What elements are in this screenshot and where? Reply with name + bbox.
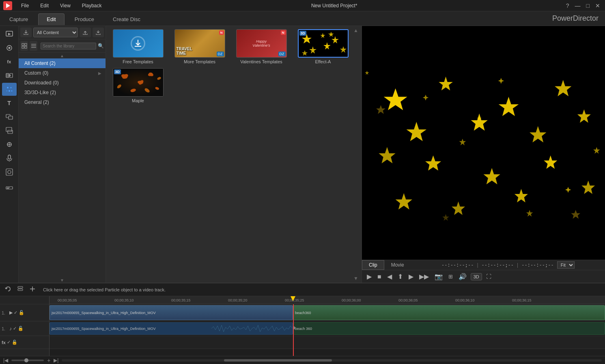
tool-chroma[interactable] [2, 166, 17, 179]
menu-file[interactable]: File [19, 2, 31, 9]
zoom-handle[interactable] [24, 358, 28, 362]
track-mute-btn-1[interactable]: ✓ [14, 310, 17, 315]
track-header-audio-1: 1. ♪ ✓ 🔓 [0, 321, 49, 336]
search-input[interactable] [41, 43, 96, 50]
3d-toggle[interactable]: 3D [471, 273, 482, 280]
svg-marker-59 [499, 97, 519, 116]
fast-fwd-btn[interactable]: ▶▶ [418, 272, 431, 281]
zoom-in[interactable]: + [47, 357, 50, 364]
play-btn[interactable]: ▶ [365, 272, 373, 281]
scroll-up-arrow[interactable]: ▲ [19, 53, 105, 58]
fullscreen-btn[interactable]: ⛶ [484, 273, 493, 280]
track-num-audio-1: 1. [2, 326, 8, 331]
template-more[interactable]: TRAVELTIME N DZ More Templates [171, 29, 228, 64]
tab-movie[interactable]: Movie [384, 260, 411, 270]
export-frame-btn[interactable]: ⬆ [396, 272, 405, 281]
menu-view[interactable]: View [58, 2, 73, 9]
audio-spacewalk[interactable]: jsc2017m000655_Spacewalking_in_Ultra_Hig… [50, 322, 293, 335]
content-scroll-down[interactable]: ▼ [353, 276, 358, 281]
import-media-btn[interactable] [20, 28, 32, 37]
cat-downloaded[interactable]: Downloaded (0) [19, 78, 105, 88]
prev-frame-btn[interactable]: ◀ [385, 272, 394, 281]
tool-fx[interactable]: fx [2, 55, 17, 68]
expand-all-btn[interactable] [15, 285, 25, 294]
tl-scroll-start[interactable]: |◀ [3, 358, 8, 363]
zoom-slider[interactable] [11, 360, 44, 361]
tab-produce[interactable]: Produce [66, 13, 103, 25]
menu-playback[interactable]: Playback [80, 2, 104, 9]
audio-mixer-btn[interactable]: ⊞ [447, 273, 454, 280]
svg-marker-79 [571, 210, 580, 219]
template-valentines-label: Valentines Templates [240, 59, 282, 64]
import-btn[interactable] [80, 28, 91, 37]
cat-custom[interactable]: Custom (0) ▶ [19, 68, 105, 78]
tool-overlay[interactable] [2, 124, 17, 137]
time-mark-6: 00;00;36;05 [398, 298, 418, 302]
snapshot-btn[interactable]: 📷 [433, 272, 444, 281]
tool-slideshow[interactable] [2, 110, 17, 123]
tool-audio2[interactable] [2, 138, 17, 151]
cat-all-content[interactable]: All Content (2) [19, 58, 105, 68]
content-scroll-up[interactable]: ▲ [353, 28, 358, 33]
tool-audio[interactable] [2, 41, 17, 54]
cat-general[interactable]: General (2) [19, 97, 105, 107]
tracks-body: jsc2017m000655_Spacewalking_in_Ultra_Hig… [50, 304, 605, 356]
grid-view-btn[interactable] [20, 41, 28, 51]
tab-edit[interactable]: Edit [38, 13, 64, 25]
svg-marker-68 [544, 155, 557, 169]
svg-marker-39 [332, 36, 339, 43]
clip-spacewalk[interactable]: jsc2017m000655_Spacewalking_in_Ultra_Hig… [50, 305, 293, 320]
scroll-down-arrow[interactable]: ▼ [19, 277, 105, 283]
scroll-custom-arrow: ▶ [98, 71, 101, 75]
clip-beach[interactable]: beach360 [293, 305, 605, 320]
undo-btn[interactable] [3, 285, 13, 294]
ripple-edit-btn[interactable] [28, 285, 37, 294]
maximize-icon[interactable]: □ [585, 2, 591, 9]
export-btn[interactable] [93, 28, 104, 37]
template-effect-a[interactable]: 3D Effect-A [294, 29, 352, 64]
template-free[interactable]: Free Templates [109, 29, 167, 64]
volume-btn[interactable]: 🔊 [457, 272, 468, 281]
close-icon[interactable]: ✕ [594, 2, 602, 9]
template-valentines[interactable]: HappyValentine's N DZ Valentines Templat… [233, 29, 290, 64]
menu-edit[interactable]: Edit [38, 2, 51, 9]
timeline-tracks: 00;00;35;05 00;00;35;10 00;00;35;15 00;0… [50, 296, 605, 356]
playback-controls: ▶ ■ ◀ ⬆ ▶ ▶▶ 📷 ⊞ 🔊 3D ⛶ [362, 270, 605, 283]
template-valentines-thumb: HappyValentine's N DZ [236, 29, 287, 58]
svg-marker-57 [384, 88, 407, 110]
tab-clip[interactable]: Clip [362, 260, 384, 270]
search-bar: 🔍 [39, 41, 104, 51]
help-icon[interactable]: ? [564, 2, 571, 9]
list-view-btn[interactable] [30, 41, 37, 51]
app-logo-area [3, 1, 12, 10]
tool-transitions[interactable] [2, 69, 17, 82]
svg-marker-42 [323, 42, 331, 50]
audio-beach[interactable]: beach 360 [293, 322, 605, 335]
minimize-icon[interactable]: — [573, 2, 582, 9]
tl-scroll-end[interactable]: ▶| [54, 358, 58, 363]
svg-rect-82 [18, 289, 23, 291]
track-mute-btn-fx[interactable]: ✓ [7, 340, 11, 345]
next-frame-btn[interactable]: ▶ [407, 272, 415, 281]
fit-select[interactable]: Fit [557, 261, 575, 269]
search-icon[interactable]: 🔍 [98, 43, 104, 49]
tool-particle[interactable] [2, 83, 17, 96]
track-mute-btn-audio-1[interactable]: ✓ [13, 326, 17, 331]
tool-title[interactable]: T [2, 97, 17, 110]
track-lock-btn-fx[interactable]: 🔓 [12, 340, 17, 345]
tool-subtitle[interactable] [2, 179, 17, 192]
track-lock-btn-1[interactable]: 🔓 [19, 310, 24, 315]
tl-scrollbar-thumb[interactable] [224, 359, 332, 362]
track-lock-btn-audio-1[interactable]: 🔓 [18, 326, 24, 331]
tool-sidebar: fx T [0, 26, 19, 283]
template-maple[interactable]: 3D Maple [109, 68, 167, 103]
stop-btn[interactable]: ■ [376, 272, 383, 281]
tab-capture[interactable]: Capture [1, 13, 37, 25]
tool-media[interactable] [2, 28, 17, 41]
content-type-dropdown[interactable]: All Content [33, 28, 78, 37]
template-grid-area: ▲ Free Templates TRAVELTIME [106, 26, 362, 283]
cat-3d-like[interactable]: 3D/3D-Like (2) [19, 88, 105, 97]
time-mark-1: 00;00;35;10 [114, 298, 134, 302]
tool-voice[interactable] [2, 152, 17, 165]
tab-create-disc[interactable]: Create Disc [104, 13, 149, 25]
